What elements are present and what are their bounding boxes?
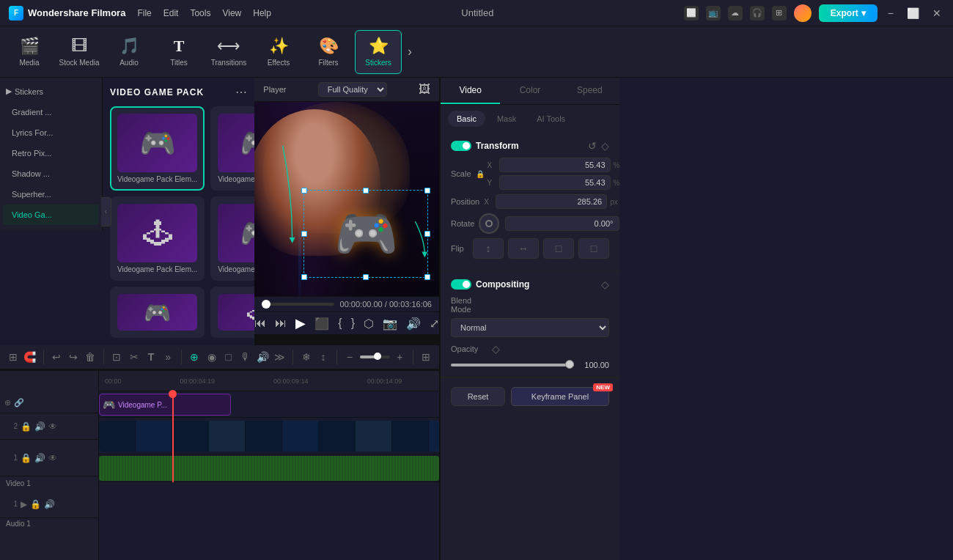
grid-button[interactable]: ⊞ [419, 347, 433, 367]
text-button[interactable]: T [144, 347, 158, 367]
menu-help[interactable]: Help [253, 8, 271, 18]
monitor-icon[interactable]: ⬜ [684, 6, 699, 21]
sidebar-item-shadow[interactable]: Shadow ... [3, 163, 99, 184]
tab-video[interactable]: Video [441, 78, 500, 104]
toolbar-stickers[interactable]: ⭐ Stickers [355, 30, 402, 74]
quality-select[interactable]: Full Quality [318, 82, 387, 97]
transform-toggle[interactable] [451, 141, 471, 151]
toolbar-titles[interactable]: T Titles [155, 30, 202, 74]
flip-horizontal-button[interactable]: ↔ [508, 238, 539, 259]
flip-vertical-button[interactable]: ↕ [473, 238, 504, 259]
volume-button[interactable]: 🔊 [406, 317, 421, 331]
zoom-handle[interactable] [374, 353, 381, 360]
preview-image-icon[interactable]: 🖼 [419, 83, 430, 96]
mark-out-button[interactable]: } [351, 317, 355, 330]
transform-diamond-icon[interactable]: ◇ [601, 140, 609, 152]
sticker-item-2[interactable]: 🕹 Videogame Pack Elem... [110, 196, 205, 281]
user-avatar[interactable] [794, 4, 812, 22]
compositing-diamond-icon[interactable]: ◇ [601, 279, 609, 290]
track-eye-icon[interactable]: 👁 [48, 421, 57, 432]
sidebar-item-videogame[interactable]: Video Ga... [3, 205, 99, 225]
handle-bot-left[interactable] [301, 274, 307, 280]
rotate-value-input[interactable] [505, 216, 619, 231]
handle-top-center[interactable] [363, 188, 369, 194]
sticker-item-1[interactable]: 🎮 Videogame Pack Elem... [210, 106, 254, 191]
opacity-handle[interactable] [565, 360, 574, 369]
handle-bot-center[interactable] [363, 274, 369, 280]
mark-in-button[interactable]: { [338, 317, 342, 330]
fullscreen-button[interactable]: ⤢ [430, 317, 439, 331]
toolbar-audio[interactable]: 🎵 Audio [106, 30, 152, 74]
toolbar-filters[interactable]: 🎨 Filters [305, 30, 352, 74]
headphone-icon[interactable]: 🎧 [750, 6, 765, 21]
zoom-in-button[interactable]: + [393, 347, 407, 367]
pos-x-input[interactable] [496, 194, 607, 209]
menu-file[interactable]: File [137, 8, 151, 18]
video-audio-icon[interactable]: 🔊 [34, 453, 45, 463]
sticker-item-5[interactable]: 🕹 [210, 287, 254, 338]
blend-mode-select[interactable]: Normal Multiply Screen Overlay [451, 318, 609, 337]
maximize-button[interactable]: ⬜ [904, 7, 922, 19]
more-button[interactable]: » [161, 347, 175, 367]
scale-y-input[interactable] [499, 175, 611, 190]
reset-button[interactable]: Reset [451, 387, 505, 406]
scale-lock-icon[interactable]: 🔒 [476, 170, 485, 178]
crop-button[interactable]: ⊡ [110, 347, 124, 367]
handle-bot-right[interactable] [424, 274, 430, 280]
record-button[interactable]: 🎙 [238, 347, 252, 367]
delete-button[interactable]: 🗑 [84, 347, 97, 367]
sidebar-item-superhero[interactable]: Superher... [3, 184, 99, 205]
menu-edit[interactable]: Edit [163, 8, 179, 18]
sticker-panel-more-icon[interactable]: ⋯ [235, 85, 247, 99]
sticker-item-3[interactable]: 🎮 Videogame Pack Elem... [210, 196, 254, 281]
sticker-item-4[interactable]: 🎮 [110, 287, 205, 338]
speed-button[interactable]: ≫ [273, 347, 287, 367]
sidebar-stickers-header[interactable]: ▶ Stickers [0, 84, 102, 102]
close-button[interactable]: ✕ [930, 7, 944, 19]
compositing-toggle[interactable] [451, 279, 471, 290]
video-eye-icon[interactable]: 👁 [48, 453, 57, 463]
apps-icon[interactable]: ⊞ [772, 6, 787, 21]
opacity-slider[interactable] [451, 364, 574, 366]
selection-box[interactable] [303, 190, 428, 278]
view-toggle-button[interactable]: ⊞ [6, 347, 20, 367]
screen-icon[interactable]: 📺 [706, 6, 721, 21]
flip-option-4-button[interactable]: □ [578, 238, 609, 259]
rotate-wheel[interactable] [479, 213, 499, 234]
sticker-clip[interactable]: 🎮 Videogame P... [99, 394, 231, 416]
handle-top-right[interactable] [424, 188, 430, 194]
audio-lock-icon[interactable]: 🔒 [30, 499, 41, 509]
toolbar-transitions[interactable]: ⟷ Transitions [205, 30, 252, 74]
audio-play-icon[interactable]: ▶ [21, 499, 27, 509]
toolbar-stock-media[interactable]: 🎞 Stock Media [56, 30, 103, 74]
sidebar-item-retro[interactable]: Retro Pix... [3, 143, 99, 163]
sidebar-item-gradient[interactable]: Gradient ... [3, 102, 99, 122]
step-back-button[interactable]: ⏭ [275, 317, 287, 330]
menu-tools[interactable]: Tools [190, 8, 210, 18]
motion-button[interactable]: ↕ [316, 347, 330, 367]
opacity-diamond-icon[interactable]: ◇ [492, 343, 500, 355]
handle-mid-right[interactable] [424, 231, 430, 237]
sub-tab-mask[interactable]: Mask [488, 111, 525, 127]
progress-handle[interactable] [262, 300, 271, 309]
toolbar-media[interactable]: 🎬 Media [6, 30, 53, 74]
zoom-out-button[interactable]: − [342, 347, 356, 367]
transform-reset-icon[interactable]: ↺ [588, 140, 597, 152]
redo-button[interactable]: ↪ [67, 347, 81, 367]
handle-mid-left[interactable] [301, 231, 307, 237]
freeze-button[interactable]: ❄ [299, 347, 313, 367]
skip-back-button[interactable]: ⏮ [254, 317, 266, 330]
tab-speed[interactable]: Speed [560, 78, 619, 104]
play-button[interactable]: ▶ [295, 315, 306, 331]
loop-button[interactable]: ⬡ [364, 317, 374, 331]
audio-mute-icon[interactable]: 🔊 [44, 499, 55, 509]
sub-tab-ai-tools[interactable]: AI Tools [528, 111, 574, 127]
video-clip[interactable] [99, 421, 439, 452]
toolbar-more-icon[interactable]: › [408, 44, 412, 59]
color-correct-button[interactable]: ◉ [205, 347, 218, 367]
sidebar-collapse-arrow[interactable]: ‹ [101, 197, 111, 226]
keyframe-panel-button[interactable]: Keyframe Panel NEW [511, 387, 609, 406]
export-button[interactable]: Export ▾ [819, 4, 877, 22]
handle-top-left[interactable] [301, 188, 307, 194]
menu-view[interactable]: View [222, 8, 241, 18]
